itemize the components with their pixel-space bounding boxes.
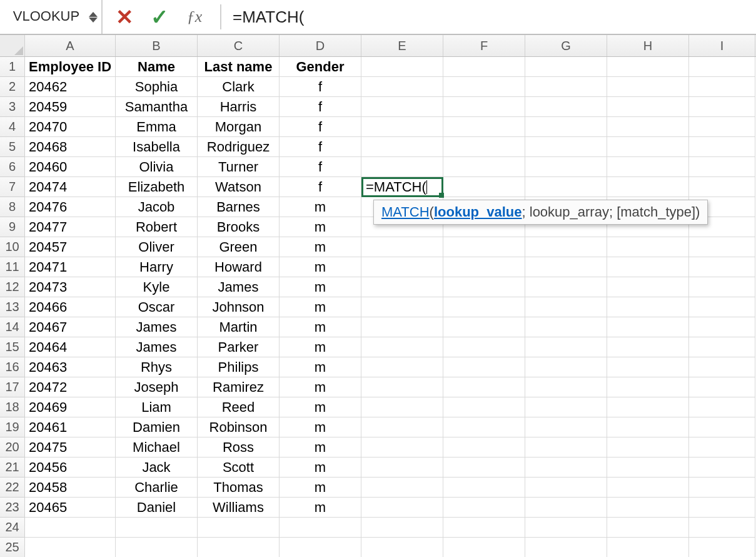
cell[interactable]: Robinson — [198, 417, 280, 437]
col-header-F[interactable]: F — [443, 35, 525, 56]
cell[interactable] — [689, 397, 755, 417]
cell[interactable] — [525, 297, 607, 317]
cell[interactable]: 20469 — [25, 397, 116, 417]
col-header-E[interactable]: E — [361, 35, 443, 56]
cell[interactable] — [689, 177, 755, 197]
cell[interactable] — [361, 257, 443, 277]
cell[interactable] — [525, 538, 607, 557]
cell[interactable] — [25, 538, 116, 557]
cell[interactable] — [443, 237, 525, 257]
cell[interactable]: 20474 — [25, 177, 116, 197]
cell[interactable]: Watson — [198, 177, 280, 197]
cell[interactable]: m — [280, 257, 361, 277]
cell[interactable] — [361, 57, 443, 77]
cell[interactable] — [361, 417, 443, 437]
cell[interactable]: 20470 — [25, 117, 116, 137]
cell[interactable]: m — [280, 498, 361, 518]
row-header[interactable]: 1 — [0, 57, 25, 77]
cell[interactable] — [361, 478, 443, 498]
row-header[interactable]: 15 — [0, 337, 25, 357]
cell[interactable] — [25, 518, 116, 538]
cell[interactable] — [689, 237, 755, 257]
cell[interactable]: m — [280, 457, 361, 478]
cell[interactable]: 20477 — [25, 217, 116, 237]
cell[interactable]: m — [280, 297, 361, 317]
cell[interactable]: Name — [116, 57, 198, 77]
cell[interactable] — [361, 457, 443, 478]
cell[interactable] — [361, 177, 443, 197]
cell[interactable] — [607, 237, 689, 257]
row-header[interactable]: 9 — [0, 217, 25, 237]
cell[interactable] — [689, 437, 755, 457]
cell[interactable]: Williams — [198, 498, 280, 518]
grid-body[interactable]: 1Employee IDNameLast nameGender220462Sop… — [0, 57, 756, 557]
cell[interactable] — [525, 77, 607, 97]
row-header[interactable]: 2 — [0, 77, 25, 97]
cell[interactable]: 20458 — [25, 478, 116, 498]
cell[interactable]: f — [280, 77, 361, 97]
cell[interactable]: Oscar — [116, 297, 198, 317]
cell[interactable] — [689, 97, 755, 117]
name-box[interactable]: VLOOKUP — [6, 0, 86, 34]
cell[interactable] — [280, 538, 361, 557]
cell[interactable]: Olivia — [116, 157, 198, 177]
col-header-A[interactable]: A — [25, 35, 116, 56]
cell[interactable] — [116, 538, 198, 557]
cell[interactable]: f — [280, 177, 361, 197]
cell[interactable]: 20459 — [25, 97, 116, 117]
cell[interactable] — [361, 157, 443, 177]
cell[interactable] — [607, 257, 689, 277]
cell[interactable] — [689, 77, 755, 97]
cell[interactable] — [443, 457, 525, 478]
cell[interactable]: Green — [198, 237, 280, 257]
cell[interactable]: f — [280, 117, 361, 137]
cell[interactable]: m — [280, 478, 361, 498]
cell[interactable] — [607, 77, 689, 97]
cell[interactable] — [525, 518, 607, 538]
cell[interactable]: 20466 — [25, 297, 116, 317]
cell[interactable]: m — [280, 377, 361, 397]
cell[interactable]: m — [280, 357, 361, 377]
cell[interactable]: m — [280, 417, 361, 437]
cell[interactable] — [525, 117, 607, 137]
cell[interactable] — [689, 137, 755, 157]
tooltip-active-arg[interactable]: lookup_value — [434, 204, 522, 220]
cell[interactable] — [361, 518, 443, 538]
cell[interactable] — [443, 357, 525, 377]
cell[interactable]: Harris — [198, 97, 280, 117]
cell[interactable] — [607, 437, 689, 457]
row-header[interactable]: 25 — [0, 538, 25, 557]
cell[interactable]: Philips — [198, 357, 280, 377]
cell[interactable] — [525, 377, 607, 397]
cell[interactable]: f — [280, 97, 361, 117]
cell[interactable] — [689, 57, 755, 77]
cell[interactable]: Joseph — [116, 377, 198, 397]
cell[interactable] — [689, 337, 755, 357]
cell[interactable] — [443, 538, 525, 557]
cell[interactable]: 20457 — [25, 237, 116, 257]
cell[interactable] — [607, 317, 689, 337]
cell[interactable] — [443, 97, 525, 117]
cell[interactable]: Johnson — [198, 297, 280, 317]
cell[interactable]: m — [280, 437, 361, 457]
cell[interactable]: Parker — [198, 337, 280, 357]
name-box-stepper[interactable] — [89, 12, 98, 23]
cell[interactable]: Employee ID — [25, 57, 116, 77]
row-header[interactable]: 3 — [0, 97, 25, 117]
row-header[interactable]: 19 — [0, 417, 25, 437]
cell[interactable] — [607, 137, 689, 157]
cell[interactable]: Morgan — [198, 117, 280, 137]
cell[interactable] — [689, 297, 755, 317]
col-header-B[interactable]: B — [116, 35, 198, 56]
cell[interactable]: Kyle — [116, 277, 198, 297]
cell[interactable] — [525, 277, 607, 297]
formula-input[interactable]: =MATCH( — [225, 0, 756, 34]
col-header-G[interactable]: G — [525, 35, 607, 56]
row-header[interactable]: 14 — [0, 317, 25, 337]
cell[interactable]: Jacob — [116, 197, 198, 217]
cell[interactable] — [607, 478, 689, 498]
cell[interactable] — [443, 417, 525, 437]
row-header[interactable]: 17 — [0, 377, 25, 397]
cell[interactable]: 20471 — [25, 257, 116, 277]
cell[interactable]: James — [116, 317, 198, 337]
